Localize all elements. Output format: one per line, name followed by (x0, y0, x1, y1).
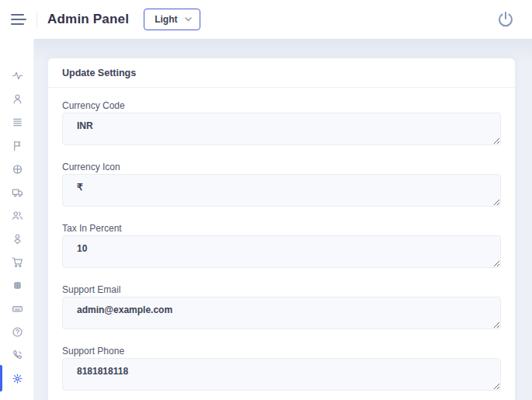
customer-icon (12, 233, 23, 245)
chevron-down-icon (185, 17, 192, 22)
keyboard-icon (12, 303, 23, 315)
sidebar-item-truck[interactable] (0, 180, 34, 203)
settings-icon (12, 373, 23, 384)
hamburger-icon[interactable] (11, 14, 26, 25)
card-title: Update Settings (62, 68, 136, 78)
form-field: Support Phone8181818118 (62, 346, 501, 394)
package-icon (12, 280, 23, 291)
sidebar-item-keyboard[interactable] (0, 297, 34, 320)
gift-icon (12, 163, 23, 175)
sidebar-item-settings[interactable] (0, 367, 34, 390)
sidebar-item-users[interactable] (0, 203, 34, 227)
list-icon (12, 117, 23, 128)
page-title: Admin Panel (47, 12, 129, 27)
sidebar-item-flag[interactable] (0, 134, 34, 157)
field-textarea[interactable]: 8181818118 (62, 358, 501, 391)
user-icon (12, 93, 23, 105)
form-field: Currency CodeINR (62, 100, 501, 148)
admin-panel-app: Admin Panel Light Update Settings Curren… (0, 0, 532, 400)
sidebar-item-list[interactable] (0, 110, 34, 134)
cart-icon (12, 256, 23, 268)
field-textarea[interactable]: ₹ (62, 174, 501, 207)
card-header: Update Settings (48, 58, 515, 88)
form-field: Support Emailadmin@example.com (62, 284, 501, 332)
theme-dropdown[interactable]: Light (144, 9, 200, 30)
power-icon (496, 10, 515, 29)
field-textarea[interactable]: admin@example.com (62, 297, 501, 329)
sidebar-item-cart[interactable] (0, 250, 34, 273)
truck-icon (12, 186, 23, 198)
phone-icon (12, 350, 23, 361)
sidebar-item-user[interactable] (0, 87, 34, 110)
field-textarea[interactable]: 10 (62, 235, 501, 268)
update-settings-card: Update Settings Currency CodeINRCurrency… (48, 58, 515, 400)
sidebar-item-phone[interactable] (0, 343, 34, 367)
header: Admin Panel Light (0, 0, 532, 39)
help-icon (12, 326, 23, 338)
sidebar-item-help[interactable] (0, 320, 34, 343)
sidebar-item-package[interactable] (0, 273, 34, 297)
users-icon (12, 210, 23, 221)
field-label: Currency Icon (62, 162, 501, 172)
theme-dropdown-value: Light (155, 14, 177, 25)
form-field: Tax In Percent10 (62, 223, 501, 271)
power-button[interactable] (495, 9, 516, 30)
settings-form: Currency CodeINRCurrency Icon₹Tax In Per… (48, 88, 515, 400)
field-textarea[interactable]: INR (62, 113, 501, 145)
field-label: Support Email (62, 284, 501, 295)
sidebar-item-activity[interactable] (0, 64, 34, 87)
field-label: Tax In Percent (62, 223, 501, 234)
sidebar-item-customer[interactable] (0, 227, 34, 250)
main-content: Update Settings Currency CodeINRCurrency… (34, 39, 532, 400)
field-label: Support Phone (62, 346, 501, 357)
field-label: Currency Code (62, 100, 501, 111)
flag-icon (12, 140, 23, 151)
sidebar (0, 39, 34, 400)
header-divider (37, 12, 37, 27)
activity-icon (12, 70, 23, 82)
form-field: Currency Icon₹ (62, 162, 501, 210)
sidebar-item-gift[interactable] (0, 157, 34, 180)
